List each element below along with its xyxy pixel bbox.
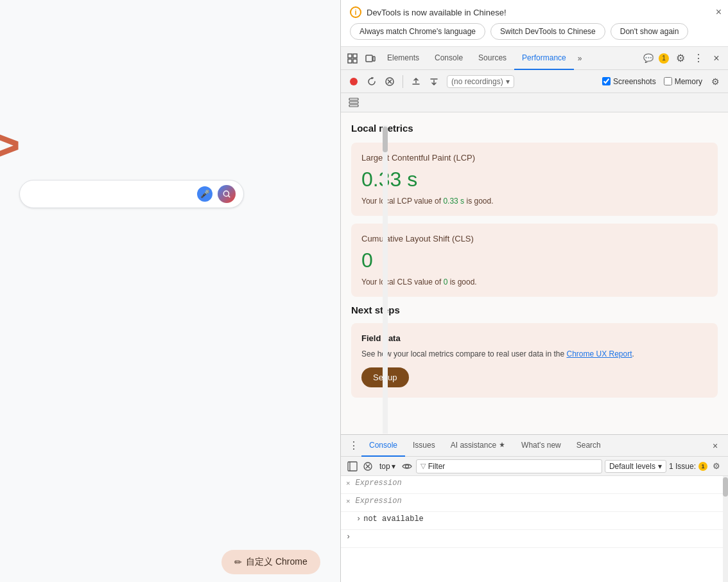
default-levels-label: Default levels bbox=[609, 462, 655, 471]
svg-rect-13 bbox=[349, 101, 358, 103]
notification-close-button[interactable]: × bbox=[716, 6, 722, 18]
tab-performance[interactable]: Performance bbox=[514, 47, 574, 70]
issue-badge-icon: 1 bbox=[698, 462, 707, 471]
record-button[interactable] bbox=[346, 74, 361, 89]
tab-elements[interactable]: Elements bbox=[379, 47, 427, 70]
recording-value: (no recordings) bbox=[451, 77, 503, 86]
lcp-desc-prefix: Your local LCP value of bbox=[361, 197, 443, 206]
eye-button[interactable] bbox=[401, 460, 413, 473]
device-toolbar-button[interactable] bbox=[361, 49, 379, 67]
tab-more-button[interactable]: » bbox=[574, 54, 586, 63]
console-tab-whats-new[interactable]: What's new bbox=[514, 435, 569, 457]
cls-abbr: (CLS) bbox=[452, 234, 474, 243]
expression-placeholder-1[interactable]: Expression bbox=[356, 479, 402, 488]
lcp-abbr: (LCP) bbox=[453, 153, 475, 163]
console-close-button[interactable]: × bbox=[707, 438, 723, 454]
console-tab-bar: ⋮ Console Issues AI assistance What's ne… bbox=[341, 435, 728, 457]
cls-desc: Your local CLS value of 0 is good. bbox=[361, 278, 707, 287]
lcp-desc-suffix: is good. bbox=[464, 197, 493, 206]
tab-sources[interactable]: Sources bbox=[471, 47, 514, 70]
log-levels-arrow: ▾ bbox=[658, 462, 662, 471]
metrics-toolbar bbox=[341, 93, 728, 112]
screenshots-checkbox[interactable] bbox=[602, 77, 611, 85]
field-data-desc-prefix: See how your local metrics compare to re… bbox=[361, 349, 567, 358]
upload-profile-button[interactable] bbox=[408, 74, 424, 89]
console-tab-ai-assistance[interactable]: AI assistance bbox=[443, 435, 514, 457]
main-scroll-thumb[interactable] bbox=[383, 127, 388, 152]
performance-toolbar: (no recordings) ▾ Screenshots Memory ⚙ bbox=[341, 70, 728, 93]
expression-placeholder-2[interactable]: Expression bbox=[356, 497, 402, 506]
more-options-button[interactable]: ⋮ bbox=[689, 49, 707, 67]
next-steps-title: Next steps bbox=[351, 304, 718, 315]
clear-console-button[interactable] bbox=[361, 460, 374, 473]
match-language-button[interactable]: Always match Chrome's language bbox=[350, 23, 485, 40]
cls-value: 0 bbox=[361, 249, 707, 272]
settings-button[interactable]: ⚙ bbox=[672, 49, 689, 67]
console-tab-search[interactable]: Search bbox=[569, 435, 609, 457]
filter-placeholder: Filter bbox=[428, 462, 446, 471]
messages-badge[interactable]: 💬 1 bbox=[643, 53, 669, 64]
expression-close-1[interactable]: × bbox=[346, 480, 351, 488]
customize-label: 自定义 Chrome bbox=[246, 556, 308, 568]
close-devtools-button[interactable]: × bbox=[707, 49, 725, 67]
notification-buttons: Always match Chrome's language Switch De… bbox=[350, 23, 719, 40]
svg-point-0 bbox=[223, 191, 229, 196]
svg-rect-7 bbox=[373, 57, 375, 61]
lens-icon[interactable] bbox=[218, 185, 236, 203]
svg-rect-3 bbox=[353, 54, 357, 58]
svg-rect-4 bbox=[348, 59, 352, 63]
performance-content: Local metrics Largest Contentful Paint (… bbox=[341, 112, 728, 434]
switch-devtools-button[interactable]: Switch DevTools to Chinese bbox=[490, 23, 605, 40]
recording-dropdown[interactable]: (no recordings) ▾ bbox=[447, 75, 514, 88]
refresh-profile-button[interactable] bbox=[364, 74, 379, 89]
expression-close-2[interactable]: × bbox=[346, 498, 351, 506]
svg-rect-14 bbox=[349, 105, 358, 107]
screenshots-checkbox-label[interactable]: Screenshots bbox=[602, 77, 656, 86]
svg-line-1 bbox=[228, 195, 230, 197]
mic-icon[interactable]: 🎤 bbox=[197, 186, 212, 202]
expression-value-row: › not available bbox=[341, 512, 728, 530]
lcp-highlight: 0.33 s bbox=[443, 197, 464, 206]
lcp-value: 0.33 s bbox=[361, 168, 707, 191]
context-selector[interactable]: top ▾ bbox=[377, 461, 398, 472]
lcp-name: Largest Contentful Paint bbox=[361, 153, 451, 163]
issues-count[interactable]: 1 Issue: 1 bbox=[669, 462, 707, 471]
context-value: top bbox=[379, 462, 390, 471]
toolbar-divider bbox=[403, 75, 403, 88]
download-profile-button[interactable] bbox=[426, 74, 442, 89]
console-tab-issues[interactable]: Issues bbox=[405, 435, 443, 457]
memory-checkbox[interactable] bbox=[664, 77, 672, 85]
issue-count-text: 1 Issue: bbox=[669, 462, 696, 471]
customize-chrome-button[interactable]: ✏ 自定义 Chrome bbox=[221, 550, 320, 574]
expression-row-2: × Expression bbox=[341, 494, 728, 512]
filter-input[interactable]: ▽ Filter bbox=[416, 459, 602, 473]
badge-count: 1 bbox=[659, 53, 669, 64]
log-levels-dropdown[interactable]: Default levels ▾ bbox=[605, 460, 666, 473]
notification-title-row: i DevTools is now available in Chinese! bbox=[350, 6, 719, 18]
clear-button[interactable] bbox=[382, 74, 397, 89]
cls-name: Cumulative Layout Shift bbox=[361, 234, 449, 243]
console-settings-button[interactable]: ⚙ bbox=[710, 460, 723, 473]
tab-console[interactable]: Console bbox=[427, 47, 471, 70]
main-scroll-track[interactable] bbox=[383, 125, 388, 434]
memory-label: Memory bbox=[675, 77, 702, 86]
cls-card: Cumulative Layout Shift (CLS) 0 Your loc… bbox=[351, 224, 718, 297]
browser-background: > 🎤 ✏ 自定义 Chrome bbox=[0, 0, 340, 582]
console-scroll-thumb[interactable] bbox=[723, 477, 728, 497]
console-drag-handle[interactable]: ⋮ bbox=[346, 438, 361, 454]
chrome-ux-report-link[interactable]: Chrome UX Report bbox=[567, 349, 632, 358]
dont-show-again-button[interactable]: Don't show again bbox=[611, 23, 689, 40]
console-tab-console[interactable]: Console bbox=[361, 435, 405, 457]
memory-checkbox-label[interactable]: Memory bbox=[664, 77, 702, 86]
sidebar-toggle-button[interactable] bbox=[346, 460, 359, 473]
svg-rect-12 bbox=[349, 98, 358, 100]
expand-arrow[interactable]: › bbox=[346, 533, 351, 542]
metrics-table-button[interactable] bbox=[346, 95, 361, 110]
inspect-element-button[interactable] bbox=[343, 49, 361, 67]
notification-info-icon: i bbox=[350, 6, 361, 18]
expression-not-available: not available bbox=[363, 515, 424, 524]
performance-settings-button[interactable]: ⚙ bbox=[707, 74, 723, 89]
expand-icon[interactable]: › bbox=[356, 515, 361, 524]
console-scroll-track[interactable] bbox=[723, 476, 728, 582]
search-bar[interactable]: 🎤 bbox=[19, 180, 244, 208]
